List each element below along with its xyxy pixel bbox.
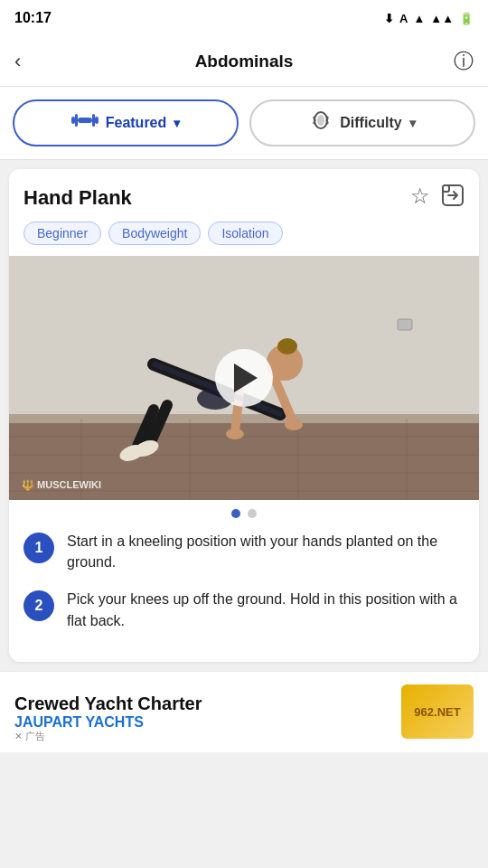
svg-rect-2 (78, 118, 92, 123)
svg-rect-4 (95, 117, 99, 124)
svg-rect-33 (398, 319, 412, 330)
exercise-card: Hand Plank ☆ Beginner Bodyweight Isolati… (9, 169, 479, 662)
svg-rect-1 (75, 114, 78, 127)
difficulty-filter-button[interactable]: Difficulty ▾ (249, 99, 475, 146)
status-icons: ⬇ A ▲ ▲▲ 🔋 (384, 12, 474, 25)
muscle-icon (309, 110, 333, 136)
exercise-video[interactable]: 🔱 MUSCLEWIKI (9, 256, 479, 500)
step-text-2: Pick your knees up off the ground. Hold … (67, 589, 465, 630)
bookmark-button[interactable]: ☆ (410, 184, 430, 212)
step-number-2: 2 (23, 590, 54, 621)
header: ‹ Abdominals ⓘ (0, 36, 488, 87)
info-button[interactable]: ⓘ (446, 41, 481, 82)
play-button[interactable] (215, 349, 273, 407)
tags-row: Beginner Bodyweight Isolation (9, 222, 479, 256)
share-button[interactable] (441, 184, 465, 212)
svg-point-25 (285, 420, 303, 430)
svg-rect-0 (71, 117, 75, 124)
page-title: Abdominals (195, 52, 294, 71)
svg-rect-11 (9, 414, 479, 423)
ad-logo-text: 962.NET (414, 705, 460, 719)
steps-section: 1 Start in a kneeling position with your… (9, 524, 479, 662)
ad-logo: 962.NET (401, 684, 474, 739)
exercise-title: Hand Plank (23, 186, 410, 210)
ad-label[interactable]: ✕ 广告 (14, 730, 45, 743)
tag-bodyweight[interactable]: Bodyweight (108, 222, 201, 245)
back-button[interactable]: ‹ (7, 42, 28, 80)
step-2: 2 Pick your knees up off the ground. Hol… (23, 589, 465, 630)
signal-icon: ▲▲ (430, 12, 454, 25)
dot-2[interactable] (248, 509, 257, 518)
card-actions: ☆ (410, 184, 465, 212)
ad-banner[interactable]: Crewed Yacht Charter JAUPART YACHTS 962.… (0, 671, 488, 752)
download-icon: ⬇ (384, 12, 394, 25)
svg-rect-8 (443, 185, 449, 192)
tag-isolation[interactable]: Isolation (208, 222, 282, 245)
tag-beginner[interactable]: Beginner (23, 222, 101, 245)
svg-point-26 (226, 429, 244, 439)
dumbbell-icon (71, 110, 99, 136)
difficulty-chevron-icon: ▾ (409, 116, 416, 130)
ad-title: Crewed Yacht Charter (14, 693, 401, 714)
battery-icon: 🔋 (459, 12, 474, 25)
svg-rect-3 (92, 114, 95, 127)
featured-filter-button[interactable]: Featured ▾ (13, 99, 239, 146)
step-text-1: Start in a kneeling position with your h… (67, 531, 465, 572)
ad-subtitle: JAUPART YACHTS (14, 714, 401, 731)
ad-content: Crewed Yacht Charter JAUPART YACHTS (14, 693, 401, 731)
status-bar: 10:17 ⬇ A ▲ ▲▲ 🔋 (0, 0, 488, 36)
featured-label: Featured (106, 115, 167, 131)
status-time: 10:17 (14, 10, 384, 26)
dot-1[interactable] (231, 509, 240, 518)
keyboard-icon: A (399, 12, 408, 25)
watermark: 🔱 MUSCLEWIKI (22, 479, 101, 491)
svg-point-6 (317, 115, 324, 126)
play-icon (234, 363, 258, 392)
svg-point-22 (277, 338, 297, 354)
filter-row: Featured ▾ Difficulty ▾ (0, 87, 488, 160)
carousel-dots (9, 500, 479, 524)
featured-chevron-icon: ▾ (174, 116, 180, 130)
card-header: Hand Plank ☆ (9, 169, 479, 222)
wifi-icon: ▲ (413, 12, 425, 25)
step-1: 1 Start in a kneeling position with your… (23, 531, 465, 572)
step-number-1: 1 (23, 533, 54, 563)
difficulty-label: Difficulty (340, 115, 401, 131)
